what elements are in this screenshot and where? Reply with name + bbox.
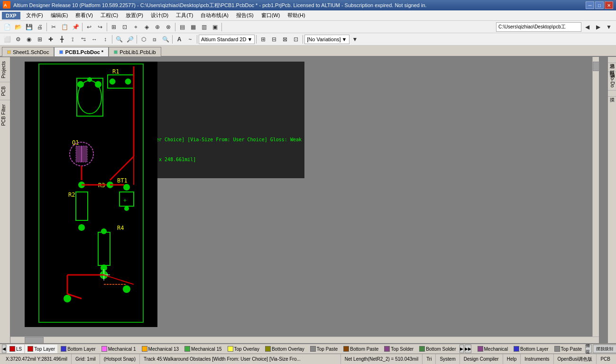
layer-bottom[interactable]: Bottom Layer — [58, 345, 98, 353]
layer-scroll-right2[interactable]: ▶▶ — [465, 345, 471, 353]
menu-window[interactable]: 窗口(W) — [257, 11, 284, 20]
zoom-select[interactable]: ⧈ — [149, 35, 160, 44]
menu-edit[interactable]: 编辑(E) — [47, 11, 72, 20]
status-help[interactable]: Help — [503, 354, 521, 364]
tb2-icon2[interactable]: ⚙ — [13, 35, 23, 44]
scroll-thumb-v[interactable] — [593, 62, 599, 71]
layer-scroll-right[interactable]: ▶ — [460, 345, 464, 353]
tb2-icon5[interactable]: ✚ — [46, 35, 56, 44]
layer-extra1[interactable]: Mechanical — [475, 345, 511, 353]
layer-toppaste[interactable]: Top Paste — [308, 345, 340, 353]
todo-panel[interactable]: To-Do — [608, 72, 616, 91]
canvas-area[interactable]: x: 3720.472 dx: -216.536 mil y: 2831.496… — [10, 57, 607, 343]
filter-btn[interactable]: 摆脱级别 — [593, 345, 616, 353]
open-button[interactable]: 📂 — [13, 22, 23, 32]
menu-file[interactable]: 文件(F) — [22, 11, 47, 20]
layer-mech15[interactable]: Mechanical 15 — [182, 345, 224, 353]
tb-icon6[interactable]: ⊗ — [163, 22, 174, 32]
undo-button[interactable]: ↩ — [84, 22, 94, 32]
tb2-icon16[interactable]: ⊡ — [291, 35, 301, 44]
tb-icon7[interactable]: ▤ — [177, 22, 187, 32]
pcb-filter-panel[interactable]: PCB Filter — [0, 100, 10, 130]
zoom-whole[interactable]: ⬡ — [138, 35, 149, 44]
menu-reports[interactable]: 报告(S) — [232, 11, 257, 20]
tb-icon4[interactable]: ◈ — [141, 22, 152, 32]
menu-place[interactable]: 放置(P) — [122, 11, 147, 20]
navigate-more[interactable]: ▼ — [604, 22, 614, 32]
tb-icon2[interactable]: ⊡ — [120, 22, 130, 32]
status-instruments[interactable]: Instruments — [521, 354, 553, 364]
horizontal-scrollbar[interactable] — [10, 337, 599, 343]
pcb-panel[interactable]: PCB — [0, 82, 10, 100]
tb2-icon13[interactable]: ⊞ — [258, 35, 268, 44]
status-pcb[interactable]: PCB — [597, 354, 614, 364]
dxp-menu[interactable]: DXP — [2, 12, 20, 19]
tb2-icon6[interactable]: ╋ — [56, 35, 67, 44]
tab-schematic[interactable]: Sheet1.SchDoc — [2, 47, 54, 56]
tb-icon10[interactable]: ▣ — [210, 22, 220, 32]
scroll-thumb-h[interactable] — [25, 337, 44, 343]
menu-design[interactable]: 设计(D) — [147, 11, 172, 20]
tb-icon9[interactable]: ▥ — [199, 22, 209, 32]
extra-panel[interactable]: 摸 — [608, 91, 616, 97]
menu-view[interactable]: 察看(V) — [72, 11, 97, 20]
tb-icon3[interactable]: ⌖ — [130, 22, 141, 32]
tb2-icon17[interactable]: ▼ — [350, 35, 360, 44]
tb2-icon3[interactable]: ◉ — [24, 35, 34, 44]
tb2-icon7[interactable]: ⟟ — [67, 35, 78, 44]
menu-autoroute[interactable]: 自动布线(A) — [197, 11, 232, 20]
tb2-icon11[interactable]: 🔍 — [114, 35, 124, 44]
paste-button[interactable]: 📌 — [70, 22, 81, 32]
properties-panel[interactable]: 打·鸣·骗 — [608, 63, 616, 72]
status-openbusi[interactable]: OpenBusi调色版 — [554, 354, 597, 364]
layer-bottompaste[interactable]: Bottom Paste — [341, 345, 381, 353]
layer-scroll-left[interactable]: ◀ — [2, 345, 6, 353]
variations-dropdown[interactable]: [No Variations] ▼ — [304, 35, 349, 44]
copy-button[interactable]: 📋 — [59, 22, 70, 32]
view-mode-dropdown[interactable]: Altium Standard 2D ▼ — [199, 35, 255, 44]
tb2-icon4[interactable]: ⊞ — [35, 35, 45, 44]
print-button[interactable]: 🖨 — [35, 22, 45, 32]
tb2-icon1[interactable]: ⬜ — [2, 35, 12, 44]
zoom-in[interactable]: 🔍 — [160, 35, 171, 44]
tb2-icon12[interactable]: 🔎 — [125, 35, 135, 44]
cut-button[interactable]: ✂ — [48, 22, 59, 32]
projects-panel[interactable]: Projects — [0, 57, 10, 82]
capture-btn[interactable]: 捕捉 — [585, 345, 592, 353]
tb2-tilde[interactable]: ~ — [185, 35, 195, 44]
tab-pcb[interactable]: PCB1.PcbDoc * — [54, 47, 109, 56]
close-button[interactable]: ✕ — [605, 1, 613, 9]
messages-panel[interactable]: 消息 — [608, 57, 616, 63]
status-design-compiler[interactable]: Design Compiler — [460, 354, 503, 364]
save-button[interactable]: 💾 — [24, 22, 34, 32]
status-system[interactable]: System — [436, 354, 460, 364]
navigate-back[interactable]: ◀ — [582, 22, 592, 32]
minimize-button[interactable]: ─ — [586, 1, 594, 9]
layer-mech13[interactable]: Mechanical 13 — [139, 345, 181, 353]
new-button[interactable]: 📄 — [2, 22, 12, 32]
layer-extra2[interactable]: Bottom Layer — [511, 345, 551, 353]
layer-mech1[interactable]: Mechanical 1 — [99, 345, 138, 353]
tb-icon1[interactable]: ⊞ — [109, 22, 119, 32]
tb-icon5[interactable]: ⊕ — [152, 22, 163, 32]
layer-extra3[interactable]: Top Paste — [552, 345, 584, 353]
tb2-icon15[interactable]: ⊠ — [280, 35, 290, 44]
layer-bottomoverlay[interactable]: Bottom Overlay — [263, 345, 307, 353]
tb2-icon9[interactable]: ↔ — [89, 35, 100, 44]
menu-help[interactable]: 帮助(H) — [284, 11, 309, 20]
navigate-forward[interactable]: ▶ — [593, 22, 603, 32]
redo-button[interactable]: ↪ — [95, 22, 105, 32]
maximize-button[interactable]: □ — [595, 1, 604, 9]
layer-ls[interactable]: LS — [7, 345, 24, 353]
menu-project[interactable]: 工程(C) — [97, 11, 122, 20]
layer-topsolder[interactable]: Top Solder — [382, 345, 416, 353]
tab-pcblib[interactable]: PcbLib1.PcbLib — [109, 47, 161, 56]
pcb-canvas[interactable]: R1 Q1 R2 — [25, 62, 157, 327]
tb-icon8[interactable]: ▦ — [188, 22, 198, 32]
tb2-icon8[interactable]: ⥃ — [78, 35, 89, 44]
layer-top[interactable]: Top Layer — [25, 345, 57, 353]
layer-topoverlay[interactable]: Top Overlay — [225, 345, 262, 353]
tb2-icon14[interactable]: ⊟ — [269, 35, 279, 44]
tb2-text-a[interactable]: A — [174, 35, 184, 44]
vertical-scrollbar[interactable] — [592, 57, 599, 343]
